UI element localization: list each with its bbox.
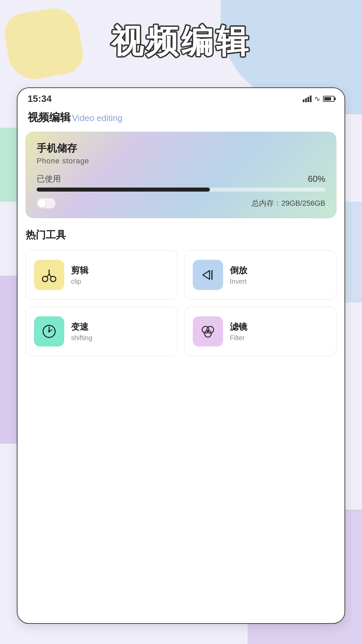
status-bar: 15:34 ∿ xyxy=(17,88,345,107)
progress-bar-bg xyxy=(37,188,325,192)
storage-title-en: Phone storage xyxy=(37,157,325,165)
toggle-knob xyxy=(38,199,46,207)
status-icons: ∿ xyxy=(303,94,334,103)
tool-text-shifting: 变速 shifting xyxy=(71,321,92,342)
svg-point-12 xyxy=(207,326,214,333)
phone-frame: 15:34 ∿ 视频编辑 Video editing 手机储存 Phone st… xyxy=(17,87,345,624)
filter-icon xyxy=(200,323,216,340)
svg-line-3 xyxy=(49,274,51,277)
wifi-icon: ∿ xyxy=(314,94,320,103)
tool-text-clip: 剪辑 clip xyxy=(71,265,88,285)
tool-icon-shifting xyxy=(34,316,64,347)
header-title-cn: 视频编辑 xyxy=(28,110,71,125)
storage-title-cn: 手机储存 xyxy=(37,142,325,155)
invert-cn: 倒放 xyxy=(230,265,247,276)
storage-total: 总内存：29GB/256GB xyxy=(252,198,325,208)
clip-en: clip xyxy=(71,278,88,285)
tool-text-invert: 倒放 Invert xyxy=(230,265,247,285)
tool-card-shifting[interactable]: 变速 shifting xyxy=(26,307,178,356)
tool-card-clip[interactable]: 剪辑 clip xyxy=(26,250,178,300)
page-title: 视频编辑 xyxy=(0,20,362,64)
clip-cn: 剪辑 xyxy=(71,265,88,276)
invert-en: Invert xyxy=(230,278,247,285)
filter-en: Filter xyxy=(230,334,247,342)
svg-marker-5 xyxy=(203,271,210,279)
tool-icon-invert xyxy=(193,260,223,290)
storage-bottom-row: 总内存：29GB/256GB xyxy=(37,198,325,208)
filter-cn: 滤镜 xyxy=(230,321,247,333)
tools-grid: 剪辑 clip 倒放 Invert xyxy=(26,250,336,356)
toggle-switch[interactable] xyxy=(37,198,56,208)
shifting-cn: 变速 xyxy=(71,321,92,333)
svg-point-13 xyxy=(205,330,211,337)
tool-text-filter: 滤镜 Filter xyxy=(230,321,247,342)
tool-card-filter[interactable]: 滤镜 Filter xyxy=(184,307,336,356)
header-title-en: Video editing xyxy=(72,113,122,123)
tool-icon-filter xyxy=(193,316,223,347)
progress-bar-fill xyxy=(37,188,210,192)
rewind-icon xyxy=(200,267,216,283)
tools-title: 热门工具 xyxy=(26,228,336,242)
tool-icon-clip xyxy=(34,260,64,290)
storage-percent: 60% xyxy=(308,174,325,184)
signal-icon xyxy=(303,95,312,102)
storage-card: 手机储存 Phone storage 已使用 60% 总内存：29GB/256G… xyxy=(26,132,336,218)
speed-icon xyxy=(41,323,58,340)
tool-card-invert[interactable]: 倒放 Invert xyxy=(184,250,336,300)
app-header: 视频编辑 Video editing xyxy=(17,107,345,132)
storage-used-label: 已使用 xyxy=(37,173,61,184)
status-time: 15:34 xyxy=(28,93,52,104)
battery-icon xyxy=(323,96,334,102)
shifting-en: shifting xyxy=(71,334,92,342)
storage-usage-row: 已使用 60% xyxy=(37,173,325,184)
tools-section: 热门工具 剪辑 clip xyxy=(17,218,345,356)
scissors-icon xyxy=(41,267,58,283)
